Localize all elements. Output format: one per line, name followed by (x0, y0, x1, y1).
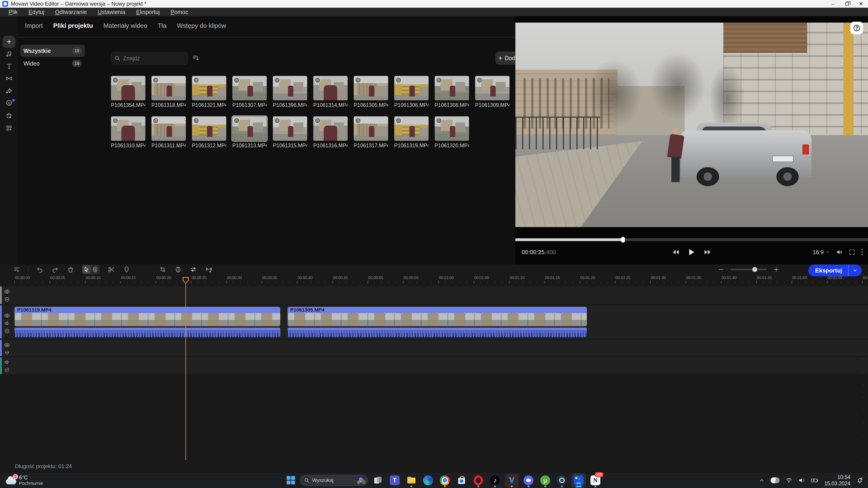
video-file-item[interactable]: P1061309.MP4 (475, 76, 509, 108)
video-file-item[interactable]: P1061306.MP4 (394, 76, 429, 108)
track-link-icon[interactable] (4, 296, 10, 303)
video-file-item[interactable]: P1061317.MP4 (354, 116, 388, 149)
weather-widget[interactable]: 1 6°C Pochmurnie (6, 475, 43, 486)
effects-icon[interactable] (5, 87, 13, 94)
edit-tool-icon[interactable] (91, 265, 99, 273)
clip-audio-waveform[interactable] (14, 328, 280, 337)
overlay-track[interactable] (0, 287, 868, 304)
stickers-icon[interactable] (5, 99, 13, 107)
video-file-item[interactable]: P1061314.MP4 (313, 76, 348, 108)
video-file-item[interactable]: P1061315.MP4 (273, 116, 307, 149)
video-file-item[interactable]: P1061319.MP4 (394, 116, 429, 149)
add-transition-icon[interactable] (205, 265, 213, 273)
video-file-item[interactable]: P1061310.MP4 (111, 116, 145, 149)
library-tab[interactable]: Import (25, 22, 43, 29)
clip-properties-icon[interactable] (189, 265, 197, 273)
restore-button[interactable] (840, 0, 854, 8)
video-file-item[interactable]: P1061308.MP4 (435, 76, 469, 108)
video-track[interactable]: P1061319.MP4 P1061305.MP4 (0, 305, 868, 338)
aspect-ratio-selector[interactable]: 16:9 (813, 249, 830, 256)
taskbar-app-utorrent[interactable] (538, 474, 552, 487)
track-visibility-icon[interactable] (4, 313, 10, 319)
wifi-icon[interactable] (785, 477, 792, 484)
taskbar-app-movavi[interactable] (505, 474, 519, 487)
store-icon[interactable] (5, 111, 13, 119)
library-tab[interactable]: Wstępy do klipów (177, 22, 226, 29)
export-dropdown-arrow[interactable] (848, 268, 862, 273)
select-tool-icon[interactable] (83, 265, 91, 273)
close-button[interactable]: ✕ (854, 0, 868, 8)
collection-item[interactable]: Wszystkie 19 (20, 45, 85, 57)
help-button[interactable] (850, 22, 863, 34)
color-adjust-icon[interactable] (174, 265, 182, 273)
play-button[interactable] (687, 248, 696, 257)
more-tools-icon[interactable] (5, 124, 13, 132)
playhead-line[interactable] (185, 283, 186, 460)
timeline-ruler[interactable]: 00:00:0000:00:0500:00:1000:00:1500:00:20… (14, 275, 868, 283)
cut-icon[interactable] (107, 265, 115, 273)
taskbar-app-teams[interactable] (388, 474, 401, 487)
taskbar-clock[interactable]: 10:54 15.03.2024 (825, 474, 850, 487)
menu-edytuj[interactable]: Edytuj (23, 8, 50, 16)
track-visibility-icon[interactable] (4, 342, 10, 348)
taskbar-app-blue-dots[interactable] (572, 474, 585, 487)
rewind-button[interactable] (671, 248, 680, 257)
library-search-input[interactable]: Znajdź (111, 52, 188, 65)
volume-icon[interactable] (836, 249, 843, 256)
track-mute-icon[interactable] (4, 320, 10, 327)
battery-icon[interactable] (811, 477, 818, 484)
zoom-out-icon[interactable] (717, 265, 725, 273)
delete-icon[interactable] (66, 265, 74, 273)
video-file-item[interactable]: P1061396.MP4 (273, 76, 307, 108)
export-split-button[interactable]: Eksportuj (808, 265, 862, 276)
crop-icon[interactable] (159, 265, 167, 273)
video-file-item[interactable]: P1061312.MP4 (192, 116, 226, 149)
library-tab[interactable]: Tła (158, 22, 166, 29)
library-tab[interactable]: Pliki projektu (53, 22, 93, 29)
video-file-item[interactable]: P1061313.MP4 (232, 116, 267, 149)
sort-icon[interactable] (192, 54, 200, 62)
video-file-item[interactable]: P1061311.MP4 (151, 116, 186, 149)
start-button[interactable] (284, 474, 297, 487)
taskbar-app-notion[interactable]: 100 (589, 474, 602, 487)
timeline-zoom-slider[interactable] (731, 269, 767, 270)
track-effects-icon[interactable] (4, 350, 10, 356)
taskbar-app-chrome[interactable] (438, 474, 452, 487)
marker-icon[interactable] (123, 265, 131, 273)
video-file-item[interactable]: P1061354.MP4 (111, 76, 145, 108)
menu-eksportuj[interactable]: Eksportuj (131, 8, 165, 16)
track-mute-icon[interactable] (4, 359, 10, 365)
seek-handle[interactable] (621, 237, 625, 242)
menu-plik[interactable]: Plik (3, 8, 23, 16)
video-file-item[interactable]: P1061316.MP4 (313, 116, 348, 149)
volume-tray-icon[interactable] (798, 477, 805, 484)
video-file-item[interactable]: P1061318.MP4 (151, 76, 186, 108)
taskbar-app-edge[interactable] (421, 474, 435, 487)
tray-chevron-up-icon[interactable] (759, 477, 765, 483)
taskbar-app-opera[interactable] (471, 474, 485, 487)
effect-track[interactable] (0, 340, 868, 356)
onedrive-icon[interactable] (771, 477, 780, 483)
track-visibility-icon[interactable] (4, 289, 10, 295)
menu-ustawienia[interactable]: Ustawienia (92, 8, 131, 16)
fast-forward-button[interactable] (703, 248, 712, 257)
undo-icon[interactable] (36, 265, 44, 273)
transitions-icon[interactable] (5, 74, 13, 82)
more-options-icon[interactable] (861, 249, 863, 256)
track-link-off-icon[interactable] (4, 367, 10, 373)
taskbar-app-file-explorer[interactable] (405, 474, 418, 487)
menu-odtwarzanie[interactable]: Odtwarzanie (50, 8, 92, 16)
video-file-item[interactable]: P1061305.MP4 (354, 76, 388, 108)
zoom-in-icon[interactable] (772, 265, 780, 273)
clip-audio-waveform[interactable] (287, 328, 587, 337)
video-file-item[interactable]: P1061320.MP4 (435, 116, 469, 149)
timeline-clip[interactable]: P1061319.MP4 (14, 307, 280, 326)
notifications-bell-icon[interactable] (856, 477, 864, 484)
taskbar-search-input[interactable]: Wyszukaj (300, 475, 368, 486)
taskbar-app-discord[interactable] (522, 474, 535, 487)
video-file-item[interactable]: P1061307.MP4 (232, 76, 267, 108)
add-track-icon[interactable] (13, 265, 21, 273)
library-tab[interactable]: Materiały wideo (103, 22, 147, 29)
redo-icon[interactable] (51, 265, 59, 273)
audio-icon[interactable] (5, 50, 13, 58)
